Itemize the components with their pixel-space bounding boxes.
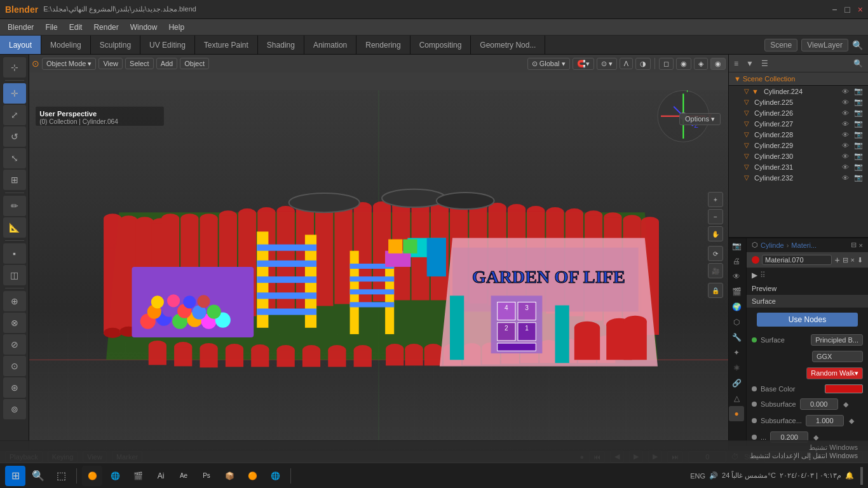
extra-icon-1[interactable]: 📦 [219,466,240,486]
notification-line2[interactable]: انتقل إلى الإعدادات لتنشيط Windows [10,452,858,460]
outliner-item-226[interactable]: ▽ Cylinder.226 👁 📷 [729,107,868,118]
extra-tool-1[interactable]: ⊕ [3,291,26,311]
menu-render[interactable]: Render [88,22,123,33]
tab-shading[interactable]: Shading [258,36,304,54]
subsurface-keyframe[interactable]: ◆ [843,400,848,409]
search-icon-right[interactable]: 🔍 [851,58,865,69]
header-icon-3[interactable]: ☰ [759,58,771,69]
close-btn[interactable]: × [858,4,863,15]
start-button[interactable]: ⊞ [5,466,25,486]
camera-btn[interactable]: 🎥 [708,263,723,278]
chrome-taskbar-icon[interactable]: 🌐 [105,466,125,486]
header-icon-1[interactable]: ≡ [731,58,741,69]
breadcrumb-close[interactable]: × [859,241,863,249]
outliner-item-232[interactable]: ▽ Cylinder.232 👁 📷 [729,172,868,183]
render-icon-230[interactable]: 📷 [854,152,863,160]
visibility-icon-232[interactable]: 👁 [842,174,849,182]
render-icon-226[interactable]: 📷 [854,109,863,117]
menu-file[interactable]: File [40,22,62,33]
outliner-item-230[interactable]: ▽ Cylinder.230 👁 📷 [729,151,868,161]
extra-tool-4[interactable]: ⊙ [3,356,26,376]
render-icon-227[interactable]: 📷 [854,119,863,128]
add-menu[interactable]: Add [156,58,178,69]
render-icon[interactable]: 📷 [854,87,863,95]
tab-uv-editing[interactable]: UV Editing [140,36,195,54]
sound-icon[interactable]: 🔊 [709,471,718,480]
pan-btn[interactable]: ✋ [708,226,723,241]
render-icon-232[interactable]: 📷 [854,173,863,182]
video-editor-icon[interactable]: 🎬 [128,466,148,486]
tab-sculpting[interactable]: Sculpting [91,36,140,54]
proportional-btn[interactable]: ⊙ ▾ [597,58,617,70]
viewport-3d[interactable]: ⊙ Object Mode ▾ View Select Add Object ⊙… [29,55,728,450]
extra-tool-6[interactable]: ⊚ [3,399,26,419]
props-icon-constraints[interactable]: 🔗 [729,376,744,391]
subsurface-method-dropdown[interactable]: Random Walk▾ [806,367,863,379]
outliner-item-231[interactable]: ▽ Cylinder.231 👁 📷 [729,161,868,172]
ps-icon[interactable]: Ps [196,466,217,486]
render-icon-229[interactable]: 📷 [854,141,863,149]
tab-modeling[interactable]: Modeling [41,36,91,54]
options-button[interactable]: Options ▾ [679,113,721,125]
render-icon-228[interactable]: 📷 [854,130,863,139]
object-menu[interactable]: Object [180,58,209,69]
surface-section-header[interactable]: Surface [747,295,868,308]
props-icon-physics[interactable]: ⚛ [729,360,744,376]
search-button[interactable]: 🔍 [28,466,48,486]
subsurface2-value[interactable]: 1.000 [806,415,844,426]
subsurface-value[interactable]: 0.000 [800,398,838,410]
outliner-item-228[interactable]: ▽ Cylinder.228 👁 📷 [729,129,868,140]
menu-window[interactable]: Window [125,22,163,33]
outliner-item-227[interactable]: ▽ Cylinder.227 👁 📷 [729,118,868,129]
extra-tool-2[interactable]: ⊗ [3,313,26,333]
distribution-dropdown[interactable]: GGX [812,351,863,362]
add-plane-btn[interactable]: ◫ [3,265,26,285]
scene-selector[interactable]: Scene [764,39,797,51]
props-icon-data[interactable]: △ [729,391,744,406]
shading-material[interactable]: ◈ [694,58,708,70]
visibility-icon-230[interactable]: 👁 [842,152,849,160]
notification-bell[interactable]: 🔔 [845,471,854,480]
header-icon-2[interactable]: ▼ [743,58,756,69]
outliner-item-224[interactable]: ▽ ▼ Cylinder.224 👁 📷 [729,86,868,97]
task-view-btn[interactable]: ⬚ [51,466,71,486]
tab-rendering[interactable]: Rendering [356,36,410,54]
annotate-tool-btn[interactable]: ✏ [3,196,26,216]
overlay-icon2[interactable]: ◑ [635,58,651,70]
zoom-in-btn[interactable]: + [708,192,723,207]
subsurface2-keyframe[interactable]: ◆ [849,417,854,425]
measure-tool-btn[interactable]: 📐 [3,217,26,238]
window-controls[interactable]: − □ × [832,4,863,15]
material-name[interactable]: Material.070 [762,255,832,265]
visibility-icon-231[interactable]: 👁 [842,163,849,171]
view-menu[interactable]: View [98,58,123,69]
select-menu[interactable]: Select [125,58,154,69]
snap-btn[interactable]: 🧲▾ [573,58,594,70]
tab-layout[interactable]: Layout [0,36,41,54]
use-nodes-button[interactable]: Use Nodes [757,313,858,327]
shading-solid[interactable]: ◉ [676,58,691,70]
preview-section-header[interactable]: Preview [747,282,868,295]
props-icon-particles[interactable]: ✦ [729,345,744,360]
base-color-swatch[interactable] [825,384,863,393]
outliner-item-225[interactable]: ▽ Cylinder.225 👁 📷 [729,97,868,107]
transform-tool-btn[interactable]: ⊞ [3,170,26,190]
props-icon-world[interactable]: 🌍 [729,299,744,315]
visibility-icon-226[interactable]: 👁 [842,109,849,117]
breadcrumb-object[interactable]: Cylinde [761,241,784,249]
visibility-icon-229[interactable]: 👁 [842,142,849,149]
breadcrumb-material[interactable]: Materi... [791,241,817,249]
props-icon-view[interactable]: 👁 [729,269,744,284]
move-tool-btn[interactable]: ⤢ [3,105,26,125]
blender-taskbar-icon[interactable]: 🟠 [82,466,102,486]
cursor-tool-btn[interactable]: ✛ [3,83,26,104]
lock-btn[interactable]: 🔒 [708,283,723,298]
zoom-out-btn[interactable]: − [708,209,723,224]
chrome2-icon[interactable]: 🌐 [265,466,285,486]
tab-animation[interactable]: Animation [304,36,356,54]
remove-material-btn[interactable]: × [851,256,855,264]
extra-tool-5[interactable]: ⊛ [3,377,26,398]
show-desktop-btn[interactable] [860,467,863,485]
visibility-icon-227[interactable]: 👁 [842,120,849,128]
object-mode-dropdown[interactable]: Object Mode ▾ [42,58,96,70]
